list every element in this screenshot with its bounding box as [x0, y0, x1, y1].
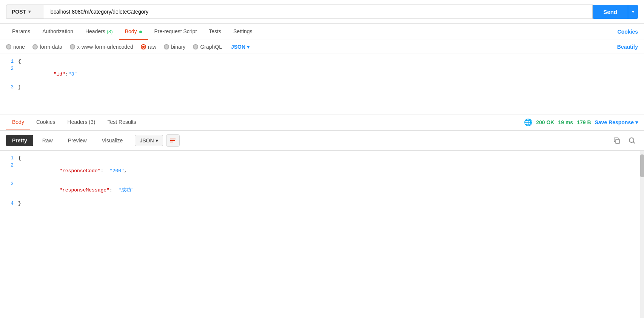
- response-tab-test-results[interactable]: Test Results: [101, 114, 142, 130]
- body-type-row: none form-data x-www-form-urlencoded raw…: [0, 40, 644, 54]
- wrap-icon: [169, 137, 176, 144]
- save-response-button[interactable]: Save Response ▾: [595, 119, 638, 125]
- radio-graphql[interactable]: GraphQL: [193, 44, 222, 50]
- response-section: Body Cookies Headers (3) Test Results 🌐 …: [0, 114, 644, 318]
- pretty-tab-raw[interactable]: Raw: [36, 135, 59, 146]
- response-format-label: JSON: [140, 137, 154, 144]
- request-line-1: 1 {: [0, 58, 644, 65]
- beautify-button[interactable]: Beautify: [617, 44, 638, 50]
- radio-graphql-circle: [193, 44, 198, 49]
- response-format-chevron-icon: ▾: [156, 137, 158, 144]
- tab-cookies-right[interactable]: Cookies: [618, 24, 638, 39]
- radio-urlencoded-circle: [70, 44, 75, 49]
- line-num-3: 3: [0, 84, 18, 90]
- tab-settings[interactable]: Settings: [227, 24, 259, 40]
- resp-line-num-1: 1: [0, 155, 18, 161]
- status-code: 200 OK: [536, 119, 554, 125]
- response-line-2: 2 "responseCode": "200",: [0, 162, 644, 180]
- status-size: 179 B: [577, 119, 591, 125]
- radio-graphql-label: GraphQL: [200, 44, 222, 50]
- method-select[interactable]: POST ▾: [6, 5, 44, 19]
- radio-none-circle: [6, 44, 11, 49]
- line-content-1: {: [18, 59, 644, 64]
- url-bar: POST ▾ Send ▾: [0, 0, 644, 24]
- resp-line-content-2: "responseCode": "200",: [18, 162, 644, 179]
- response-line-4: 4 }: [0, 200, 644, 207]
- radio-form-data-label: form-data: [40, 44, 62, 50]
- request-tabs: Params Authorization Headers (8) Body Pr…: [0, 24, 644, 40]
- radio-binary-label: binary: [171, 44, 185, 50]
- resp-line-num-3: 3: [0, 181, 18, 187]
- method-chevron-icon: ▾: [28, 9, 31, 14]
- pretty-tab-preview[interactable]: Preview: [62, 135, 93, 146]
- radio-urlencoded[interactable]: x-www-form-urlencoded: [70, 44, 133, 50]
- response-line-1: 1 {: [0, 154, 644, 162]
- line-num-1: 1: [0, 59, 18, 64]
- tab-params[interactable]: Params: [6, 24, 36, 40]
- svg-line-5: [633, 142, 635, 144]
- tab-tests[interactable]: Tests: [203, 24, 227, 40]
- resp-line-content-3: "responseMessage": "成功": [18, 181, 644, 199]
- wrap-button[interactable]: [166, 134, 180, 147]
- radio-raw-label: raw: [148, 44, 157, 50]
- globe-icon: 🌐: [524, 118, 532, 127]
- resp-line-content-1: {: [18, 155, 644, 161]
- radio-none-label: none: [13, 44, 25, 50]
- request-line-3: 3 }: [0, 83, 644, 91]
- tab-body[interactable]: Body: [119, 24, 148, 40]
- tab-prerequest[interactable]: Pre-request Script: [148, 24, 203, 40]
- response-scrollbar[interactable]: [640, 151, 644, 318]
- line-num-2: 2: [0, 66, 18, 71]
- response-format-select[interactable]: JSON ▾: [135, 135, 163, 146]
- response-tab-bar: Body Cookies Headers (3) Test Results 🌐 …: [0, 114, 644, 131]
- radio-form-data-circle: [32, 44, 38, 49]
- send-btn-group: Send ▾: [593, 5, 638, 19]
- response-tab-body[interactable]: Body: [6, 114, 30, 130]
- url-input[interactable]: [44, 5, 593, 19]
- request-line-2: 2 "id":"3": [0, 65, 644, 83]
- line-content-3: }: [18, 84, 644, 90]
- save-response-chevron-icon: ▾: [635, 119, 638, 125]
- response-tab-headers[interactable]: Headers (3): [62, 114, 102, 130]
- copy-button[interactable]: [611, 134, 623, 147]
- radio-raw[interactable]: raw: [141, 44, 157, 50]
- pretty-tab-pretty[interactable]: Pretty: [6, 135, 33, 146]
- svg-rect-3: [616, 139, 619, 144]
- copy-icon: [613, 137, 621, 144]
- format-label: JSON: [231, 44, 245, 50]
- send-button[interactable]: Send: [593, 5, 628, 19]
- search-button[interactable]: [626, 134, 638, 147]
- send-chevron-button[interactable]: ▾: [628, 5, 638, 19]
- radio-raw-circle: [141, 44, 146, 49]
- line-content-2: "id":"3": [18, 66, 644, 83]
- response-body-editor: 1 { 2 "responseCode": "200", 3 "response…: [0, 151, 644, 318]
- response-tab-cookies[interactable]: Cookies: [30, 114, 62, 130]
- format-chevron-icon: ▾: [247, 44, 250, 50]
- response-line-3: 3 "responseMessage": "成功": [0, 180, 644, 200]
- radio-form-data[interactable]: form-data: [32, 44, 62, 50]
- radio-none[interactable]: none: [6, 44, 25, 50]
- tab-authorization[interactable]: Authorization: [36, 24, 79, 40]
- resp-line-num-4: 4: [0, 201, 18, 206]
- search-icon: [628, 137, 636, 144]
- scrollbar-thumb[interactable]: [640, 154, 644, 177]
- tab-headers[interactable]: Headers (8): [79, 24, 119, 40]
- radio-urlencoded-label: x-www-form-urlencoded: [77, 44, 133, 50]
- pretty-bar: Pretty Raw Preview Visualize JSON ▾: [0, 131, 644, 151]
- format-select[interactable]: JSON ▾: [231, 44, 250, 50]
- resp-line-num-2: 2: [0, 162, 18, 168]
- pretty-tab-visualize[interactable]: Visualize: [96, 135, 129, 146]
- status-time: 19 ms: [558, 119, 573, 125]
- radio-binary-circle: [164, 44, 169, 49]
- request-body-editor[interactable]: 1 { 2 "id":"3" 3 }: [0, 54, 644, 114]
- response-status-row: 🌐 200 OK 19 ms 179 B Save Response ▾: [524, 118, 638, 127]
- radio-binary[interactable]: binary: [164, 44, 185, 50]
- method-label: POST: [12, 9, 26, 15]
- resp-line-content-4: }: [18, 201, 644, 206]
